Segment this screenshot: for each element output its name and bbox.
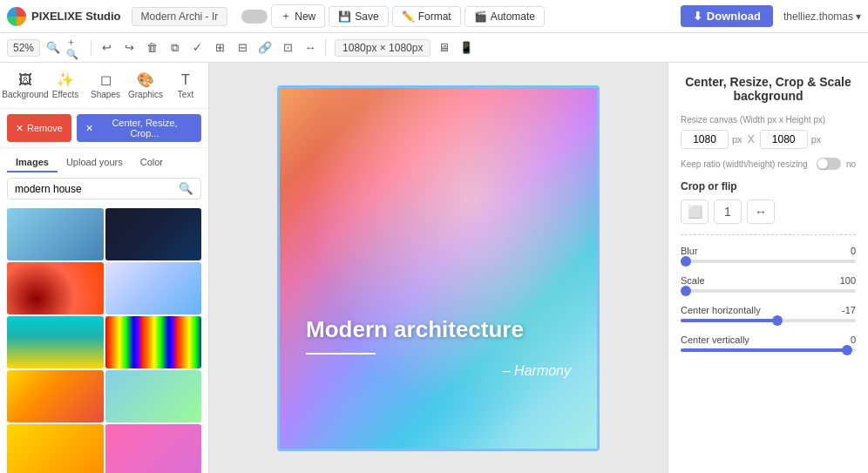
scale-row: Scale 100	[681, 275, 856, 293]
canvas-text-area: Modern architecture – Harmony	[306, 316, 571, 378]
blur-label: Blur	[681, 246, 698, 256]
image-thumb-1[interactable]	[7, 208, 104, 260]
zoom-in-icon[interactable]: ＋🔍	[66, 38, 85, 57]
center-v-fill	[681, 348, 847, 352]
center-resize-button[interactable]: ✕ Center, Resize, Crop...	[77, 114, 201, 142]
zoom-out-icon[interactable]: 🔍	[44, 38, 63, 57]
center-h-slider[interactable]	[681, 319, 856, 322]
tab-title[interactable]: Modern Archi - Ir	[132, 7, 228, 26]
image-thumb-9[interactable]	[7, 424, 104, 473]
background-icon: 🖼	[18, 72, 32, 88]
trash-icon[interactable]: 🗑	[142, 38, 161, 57]
canvas-background: Modern architecture – Harmony	[280, 88, 597, 449]
graphics-icon: 🎨	[137, 71, 154, 88]
image-thumb-7[interactable]	[7, 370, 104, 422]
user-menu[interactable]: thelliez.thomas ▾	[783, 10, 861, 23]
canvas-frame[interactable]: Modern architecture – Harmony	[277, 85, 600, 451]
panel-divider	[681, 234, 856, 235]
center-h-thumb[interactable]	[772, 315, 783, 326]
flip-h-button[interactable]: 1	[714, 199, 742, 224]
blur-value: 0	[851, 246, 856, 256]
width-input[interactable]	[681, 130, 729, 149]
action-buttons: ✕ Remove ✕ Center, Resize, Crop...	[0, 109, 208, 148]
search-input[interactable]	[8, 179, 172, 199]
zoom-level[interactable]: 52%	[7, 39, 40, 57]
redo-icon[interactable]: ↪	[119, 38, 139, 57]
layers-icon[interactable]: ⊞	[210, 38, 229, 57]
top-bar: PIXELIXE Studio Modern Archi - Ir ＋ New …	[0, 0, 868, 33]
username: thelliez.thomas	[783, 10, 853, 23]
text-label: Text	[178, 90, 193, 99]
remove-label: Remove	[27, 123, 63, 133]
keep-ratio-row: Keep ratio (width/height) resizing no	[681, 158, 856, 170]
canvas-dimensions: 1080px × 1080px	[335, 39, 431, 57]
theme-toggle[interactable]	[241, 10, 268, 24]
undo-icon[interactable]: ↩	[97, 38, 116, 57]
sidebar-item-background[interactable]: 🖼 Background	[7, 69, 44, 103]
canvas-divider	[306, 353, 376, 355]
save-button[interactable]: 💾 Save	[329, 6, 388, 27]
flip-v-button[interactable]: ↔	[747, 199, 775, 224]
x-separator: X	[748, 133, 755, 145]
scale-slider[interactable]	[681, 289, 856, 293]
image-thumb-3[interactable]	[7, 262, 104, 314]
logo-area: PIXELIXE Studio	[7, 7, 121, 26]
crop-flip-label: Crop or flip	[681, 180, 856, 193]
new-button[interactable]: ＋ New	[271, 4, 325, 28]
search-bar: 🔍	[7, 178, 201, 199]
canvas-glow	[280, 88, 597, 449]
sidebar-item-shapes[interactable]: ◻ Shapes	[87, 68, 124, 103]
image-thumb-8[interactable]	[105, 370, 202, 422]
canvas-subtitle: – Harmony	[306, 363, 571, 379]
blur-slider[interactable]	[681, 260, 856, 263]
height-input[interactable]	[760, 130, 808, 149]
mobile-icon[interactable]: 📱	[457, 38, 476, 57]
search-button[interactable]: 🔍	[172, 179, 200, 199]
center-h-value: -17	[842, 305, 856, 315]
center-v-thumb[interactable]	[842, 345, 852, 355]
effects-label: Effects	[52, 90, 78, 99]
plus-icon: ＋	[281, 9, 291, 24]
crop-button[interactable]: ⬜	[681, 199, 709, 224]
center-icon: ✕	[85, 123, 93, 134]
monitor-icon[interactable]: 🖥	[434, 38, 453, 57]
copy-icon[interactable]: ⧉	[165, 38, 184, 57]
scale-value: 100	[840, 275, 856, 286]
remove-button[interactable]: ✕ Remove	[7, 114, 71, 142]
center-v-slider[interactable]	[681, 348, 856, 352]
sidebar: 🖼 Background ✨ Effects ◻ Shapes 🎨 Graphi…	[0, 63, 209, 473]
sidebar-item-text[interactable]: T Text	[167, 69, 204, 103]
format-button[interactable]: ✏️ Format	[392, 6, 461, 27]
image-thumb-10[interactable]	[105, 424, 202, 473]
resize-icon[interactable]: ↔	[301, 38, 320, 57]
tab-images[interactable]: Images	[7, 153, 58, 172]
download-button[interactable]: ⬇ Download	[681, 5, 773, 27]
scale-thumb[interactable]	[681, 286, 691, 296]
tab-color[interactable]: Color	[132, 153, 172, 172]
crop-icon[interactable]: ⊡	[278, 38, 297, 57]
keep-ratio-toggle[interactable]	[817, 158, 841, 170]
image-thumb-2[interactable]	[105, 208, 202, 260]
center-v-label: Center vertically	[681, 334, 749, 345]
automate-button[interactable]: 🎬 Automate	[465, 6, 545, 27]
image-grid	[0, 205, 208, 473]
remove-icon: ✕	[16, 123, 24, 134]
image-thumb-4[interactable]	[105, 262, 202, 314]
tab-upload[interactable]: Upload yours	[58, 153, 132, 172]
image-thumb-5[interactable]	[7, 316, 104, 368]
grid-icon[interactable]: ⊟	[233, 38, 252, 57]
px-label-2: px	[811, 134, 822, 145]
sidebar-item-effects[interactable]: ✨ Effects	[47, 68, 84, 103]
link-icon[interactable]: 🔗	[255, 38, 275, 57]
check-icon[interactable]: ✓	[187, 38, 207, 57]
save-icon: 💾	[338, 10, 351, 23]
shapes-label: Shapes	[91, 90, 120, 99]
effects-icon: ✨	[57, 71, 74, 88]
image-thumb-6[interactable]	[105, 316, 202, 368]
logo-icon	[7, 7, 26, 26]
panel-title: Center, Resize, Crop & Scale background	[681, 75, 856, 103]
center-v-value: 0	[851, 334, 856, 345]
format-icon: ✏️	[402, 10, 415, 23]
sidebar-item-graphics[interactable]: 🎨 Graphics	[127, 68, 164, 103]
blur-thumb[interactable]	[681, 256, 691, 267]
